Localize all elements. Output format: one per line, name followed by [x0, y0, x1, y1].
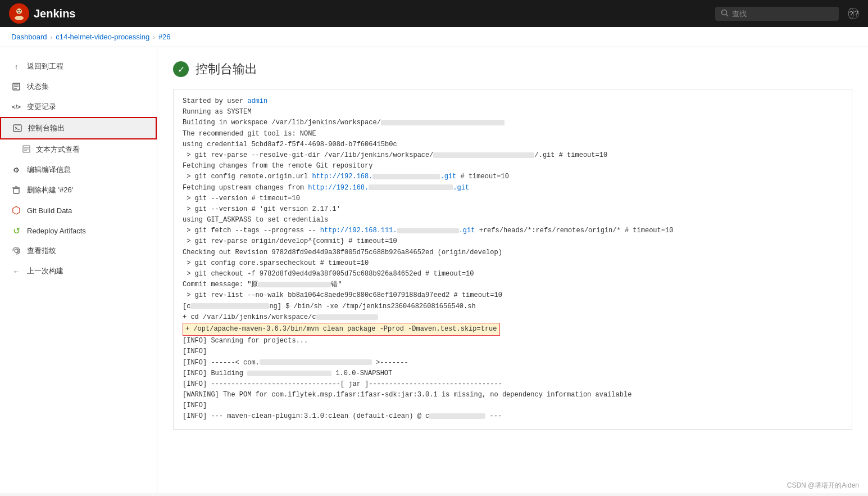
console-line-20: [cng] $ /bin/sh -xe /tmp/jenkins23604682…	[183, 301, 843, 312]
console-line-25: [INFO] Building 1.0.0-SNAPSHOT	[183, 368, 843, 379]
header: Jenkins ?	[0, 0, 868, 27]
success-icon: ✓	[173, 61, 189, 77]
sidebar-item-back[interactable]: ↑ 返回到工程	[0, 56, 157, 76]
breadcrumb: Dashboard › c14-helmet-video-processing …	[0, 27, 868, 47]
redeploy-icon: ↺	[11, 226, 21, 236]
sidebar-item-back-label: 返回到工程	[27, 61, 63, 71]
breadcrumb-build[interactable]: #26	[158, 33, 171, 41]
fingerprint-icon	[11, 246, 21, 256]
console-line-15: Checking out Revision 9782d8fd9ed4d9a38f…	[183, 247, 843, 258]
sidebar-item-console-label: 控制台输出	[28, 123, 65, 133]
main-layout: ↑ 返回到工程 状态集 </> 变更记录 控制台输出 文本方式查看	[0, 47, 868, 493]
svg-point-4	[722, 10, 727, 15]
console-line-27: [WARNING] The POM for com.iflytek.msp.1f…	[183, 390, 843, 400]
sidebar-item-git-label: Git Build Data	[27, 206, 72, 215]
sidebar-item-prev-label: 上一次构建	[27, 266, 63, 276]
sidebar: ↑ 返回到工程 状态集 </> 变更记录 控制台输出 文本方式查看	[0, 47, 157, 493]
sidebar-item-console[interactable]: 控制台输出	[0, 117, 157, 139]
console-line-17: > git checkout -f 9782d8fd9ed4d9a38f005d…	[183, 269, 843, 279]
breadcrumb-project[interactable]: c14-helmet-video-processing	[56, 33, 149, 41]
sidebar-item-status[interactable]: 状态集	[0, 76, 157, 97]
console-output[interactable]: Started by user admin Running as SYSTEM …	[173, 89, 852, 430]
search-box	[715, 7, 839, 21]
breadcrumb-dashboard[interactable]: Dashboard	[11, 33, 47, 41]
console-line-11: > git --version # 'git version 2.17.1'	[183, 204, 843, 215]
console-line-29: [INFO] --- maven-clean-plugin:3.1.0:clea…	[183, 411, 843, 422]
page-title-section: ✓ 控制台输出	[173, 61, 852, 78]
sidebar-item-changes-label: 变更记录	[27, 102, 56, 112]
git-url-link-2[interactable]: http://192.168..git	[308, 184, 469, 192]
page-title: 控制台输出	[196, 61, 257, 78]
console-line-4: The recommended git tool is: NONE	[183, 129, 843, 139]
console-line-8: > git config remote.origin.url http://19…	[183, 172, 843, 182]
console-line-21: + cd /var/lib/jenkins/workspace/c	[183, 312, 843, 323]
sidebar-item-redeploy-label: Redeploy Artifacts	[27, 227, 86, 235]
console-line-26: [INFO] --------------------------------[…	[183, 379, 843, 390]
sidebar-item-changes[interactable]: </> 变更记录	[0, 97, 157, 117]
git-url-link-1[interactable]: http://192.168..git	[312, 173, 456, 181]
jenkins-title: Jenkins	[34, 7, 75, 20]
breadcrumb-sep-2: ›	[153, 34, 155, 40]
help-icon[interactable]: ?	[848, 8, 859, 19]
console-line-6: > git rev-parse --resolve-git-dir /var/l…	[183, 150, 843, 161]
git-icon: ⬡	[11, 205, 21, 215]
breadcrumb-sep-1: ›	[51, 34, 53, 40]
console-wrapper: 在Jenkins的工作空间中的保存位置（workspace+任务名称） 从配置的…	[173, 89, 852, 430]
svg-point-3	[20, 10, 21, 11]
footer-credit: CSDN @塔塔开的Aiden	[787, 481, 859, 490]
sidebar-item-textview-label: 文本方式查看	[36, 145, 80, 155]
edit-icon: ⚙	[11, 165, 21, 175]
sidebar-item-edit-label: 编辑编译信息	[27, 165, 71, 175]
console-icon	[12, 123, 22, 133]
sidebar-item-redeploy[interactable]: ↺ Redeploy Artifacts	[0, 220, 157, 241]
console-line-9: Fetching upstream changes from http://19…	[183, 183, 843, 193]
console-line-3: Building in workspace /var/lib/jenkins/w…	[183, 118, 843, 128]
console-line-1: Started by user admin	[183, 96, 843, 107]
console-line-19: > git rev-list --no-walk bb8a1064c8aede9…	[183, 290, 843, 301]
console-line-18: Commit message: "原错"	[183, 279, 843, 290]
console-line-2: Running as SYSTEM	[183, 107, 843, 118]
textview-icon	[22, 145, 30, 155]
back-icon: ↑	[11, 61, 21, 71]
sidebar-item-prev[interactable]: ← 上一次构建	[0, 261, 157, 281]
jenkins-logo[interactable]: Jenkins	[9, 3, 75, 24]
changes-icon: </>	[11, 102, 21, 112]
console-line-24: [INFO] ------< com. >-------	[183, 358, 843, 368]
prev-icon: ←	[11, 266, 21, 276]
sidebar-item-fingerprint[interactable]: 查看指纹	[0, 241, 157, 261]
sidebar-item-delete-label: 删除构建 '#26'	[27, 185, 73, 195]
console-line-10: > git --version # timeout=10	[183, 193, 843, 204]
console-line-16: > git config core.sparsecheckout # timeo…	[183, 258, 843, 269]
admin-link[interactable]: admin	[247, 97, 267, 105]
console-line-7: Fetching changes from the remote Git rep…	[183, 161, 843, 172]
sidebar-item-delete[interactable]: 删除构建 '#26'	[0, 180, 157, 200]
console-line-5: using credential 5cbd8af2-f5f4-4698-908d…	[183, 139, 843, 150]
console-line-23: [INFO]	[183, 346, 843, 357]
svg-rect-16	[13, 188, 19, 193]
svg-line-5	[726, 14, 729, 16]
delete-icon	[11, 185, 21, 195]
status-icon	[11, 82, 21, 92]
console-line-14: > git rev-parse origin/develop^{commit} …	[183, 236, 843, 247]
svg-point-19	[15, 249, 18, 252]
main-content: ✓ 控制台输出 在Jenkins的工作空间中的保存位置（workspace+任务…	[157, 47, 868, 493]
sidebar-item-fingerprint-label: 查看指纹	[27, 246, 56, 256]
git-url-link-3[interactable]: http://192.168.111..git	[320, 227, 475, 235]
console-line-28: [INFO]	[183, 400, 843, 411]
sidebar-item-status-label: 状态集	[27, 82, 49, 92]
console-line-13: > git fetch --tags --progress -- http://…	[183, 226, 843, 236]
search-input[interactable]	[732, 10, 833, 18]
sidebar-item-edit[interactable]: ⚙ 编辑编译信息	[0, 160, 157, 180]
sidebar-item-textview[interactable]: 文本方式查看	[0, 139, 157, 160]
svg-point-2	[17, 10, 19, 11]
svg-point-1	[15, 16, 24, 20]
console-line-highlight: + /opt/apache-maven-3.6.3/bin/mvn clean …	[183, 323, 843, 336]
search-icon	[721, 9, 729, 19]
jenkins-icon	[9, 3, 29, 24]
sidebar-item-git[interactable]: ⬡ Git Build Data	[0, 200, 157, 220]
console-line-12: using GIT_ASKPASS to set credentials	[183, 215, 843, 226]
console-line-22: [INFO] Scanning for projects...	[183, 336, 843, 346]
